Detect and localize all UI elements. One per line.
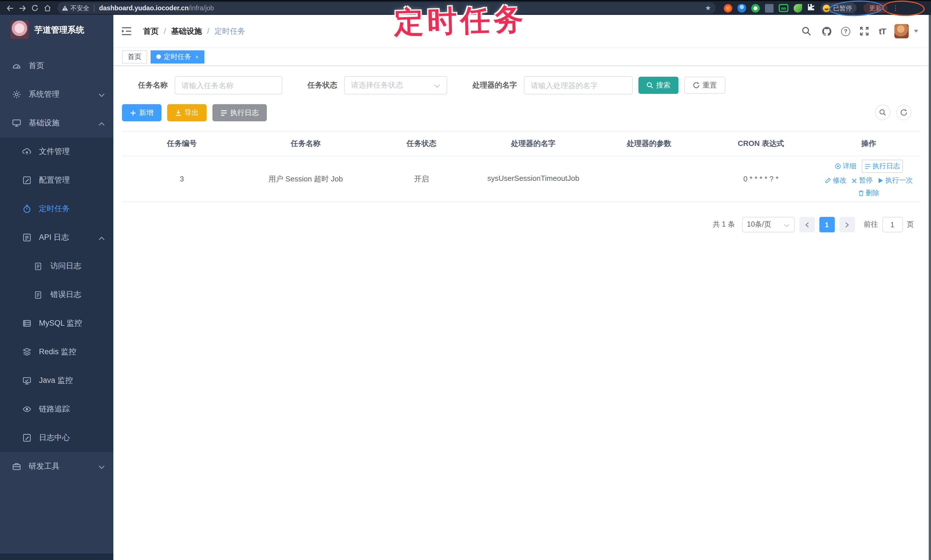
user-menu-caret-icon[interactable] [914,30,919,32]
home-icon[interactable] [41,3,54,13]
reset-button[interactable]: 重置 [684,77,726,94]
fullscreen-icon[interactable] [859,25,870,37]
chrome-update-button[interactable]: 更新 [863,3,888,13]
sidebar-item-system[interactable]: 系统管理 [0,80,113,109]
exec-log-button[interactable]: 执行日志 [213,104,267,122]
job-name-input[interactable] [175,76,282,94]
exec-log-action[interactable]: 执行日志 [862,160,903,173]
refresh-icon [693,82,700,89]
list-icon [220,109,227,116]
paused-extension-button[interactable]: 已暂停 [820,3,857,13]
run-once-action[interactable]: 执行一次 [878,176,913,185]
job-status-select[interactable]: 请选择任务状态 [344,76,447,94]
tag-scheduled-jobs[interactable]: 定时任务 × [151,50,204,63]
pause-action[interactable]: 暂停 [852,176,873,185]
sidebar: 芋道管理系统 首页 系统管理 基础设施 文件管理 [0,15,113,560]
sidebar-item-log-center[interactable]: 日志中心 [0,423,113,452]
page-size-select[interactable]: 10条/页 [742,217,794,232]
column-header: 任务状态 [370,135,473,152]
extension-icon[interactable] [794,4,802,12]
search-button[interactable]: 搜索 [638,77,678,94]
search-icon[interactable] [801,25,812,37]
exec-log-button-label: 执行日志 [230,108,259,118]
github-icon[interactable] [821,25,832,37]
security-warning[interactable]: 不安全 [62,4,89,12]
extension-icon[interactable] [724,4,732,12]
tag-home[interactable]: 首页 [122,50,147,63]
sidebar-item-label: 首页 [29,61,44,71]
prev-page-button[interactable] [799,217,814,232]
pencil-icon [825,177,831,184]
next-page-button[interactable] [839,217,855,232]
breadcrumb-separator: / [207,27,210,35]
sidebar-item-mysql-monitor[interactable]: MySQL 监控 [0,309,113,338]
job-status-label: 任务状态 [307,80,337,91]
security-label: 不安全 [71,4,89,12]
app-title: 芋道管理系统 [34,24,84,35]
sidebar-item-access-log[interactable]: 访问日志 [0,252,113,280]
forward-icon[interactable] [16,3,29,13]
table-row[interactable]: 3 用户 Session 超时 Job 开启 sysUserSessionTim… [122,156,921,202]
breadcrumb-home[interactable]: 首页 [143,26,159,36]
refresh-table-button[interactable] [896,105,911,120]
chevron-left-icon [805,222,809,228]
help-icon[interactable]: ? [841,27,850,36]
paused-label: 已暂停 [833,4,852,12]
extension-icon[interactable] [751,4,760,12]
app-logo-row[interactable]: 芋道管理系统 [0,15,113,45]
divider [94,5,94,11]
extension-icon[interactable] [765,4,774,12]
add-button[interactable]: 新增 [122,104,162,122]
chevron-up-icon [99,119,105,127]
sidebar-item-api-log[interactable]: API 日志 [0,223,113,252]
search-button-label: 搜索 [656,80,671,90]
back-icon[interactable] [3,3,16,13]
sidebar-item-home[interactable]: 首页 [0,51,113,80]
page-number-button[interactable]: 1 [819,217,834,232]
column-header: 处理器的参数 [593,135,705,152]
detail-action[interactable]: 详细 [835,160,857,173]
breadcrumb-infra[interactable]: 基础设施 [171,26,202,36]
edit-icon [22,175,31,185]
sidebar-item-dev-tools[interactable]: 研发工具 [0,452,113,481]
page-content: 任务名称 任务状态 请选择任务状态 处理器的名字 搜索 重置 [113,66,929,232]
edit-action[interactable]: 修改 [825,176,846,185]
user-avatar[interactable] [894,24,909,38]
handler-name-input[interactable] [524,76,633,94]
tag-close-icon[interactable]: × [195,54,199,60]
tags-bar: 首页 定时任务 × [113,48,929,66]
sidebar-item-infra[interactable]: 基础设施 [0,109,113,137]
sidebar-footer-strip [0,554,113,560]
sidebar-item-redis-monitor[interactable]: Redis 监控 [0,338,113,366]
sidebar-toggle-icon[interactable] [119,24,134,38]
dashboard-icon [11,61,21,71]
browser-menu-icon[interactable]: ⋮ [892,4,898,12]
sidebar-item-scheduled-jobs[interactable]: 定时任务 [0,195,113,223]
sidebar-item-label: 文件管理 [39,146,70,157]
extensions-puzzle-icon[interactable] [807,3,815,13]
extension-icon[interactable] [737,4,746,12]
screen-icon [22,376,31,385]
play-icon [878,177,884,184]
scrollbar[interactable] [929,15,931,560]
action-label: 详细 [843,162,857,171]
extension-on-icon[interactable]: on [779,4,788,12]
sidebar-item-tracing[interactable]: 链路追踪 [0,395,113,423]
sidebar-item-file-manage[interactable]: 文件管理 [0,137,113,166]
sidebar-item-error-log[interactable]: 错误日志 [0,280,113,309]
font-size-icon[interactable]: tT [879,26,886,36]
goto-label: 前往 [864,220,878,229]
timer-icon [22,204,31,214]
goto-page-input[interactable] [882,217,903,232]
delete-action[interactable]: 删除 [858,188,880,198]
browser-toolbar: 不安全 dashboard.yudao.iocoder.cn/infra/job… [0,0,931,15]
sidebar-item-java-monitor[interactable]: Java 监控 [0,366,113,395]
total-count: 共 1 条 [712,220,735,229]
sidebar-item-label: API 日志 [39,232,69,243]
address-bar[interactable]: 不安全 dashboard.yudao.iocoder.cn/infra/job… [57,2,716,14]
sidebar-item-config-manage[interactable]: 配置管理 [0,166,113,195]
bookmark-star-icon[interactable]: ★ [705,4,711,12]
export-button[interactable]: 导出 [167,104,207,122]
reload-icon[interactable] [29,3,41,13]
toggle-search-button[interactable] [875,105,890,120]
